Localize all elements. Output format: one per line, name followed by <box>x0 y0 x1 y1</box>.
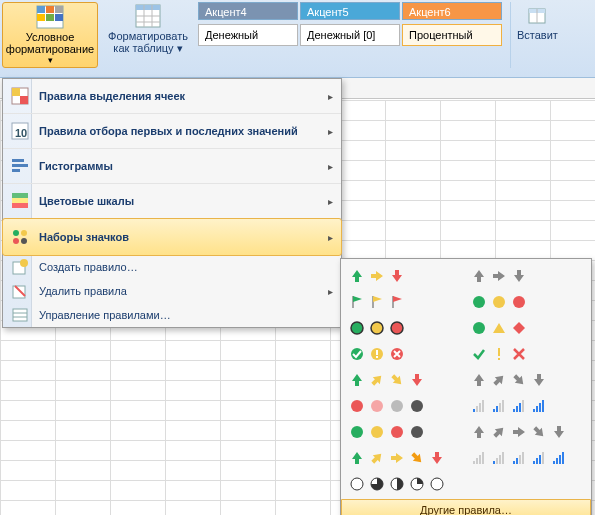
svg-rect-4 <box>37 14 45 21</box>
svg-rect-1 <box>37 6 45 13</box>
iconset-option[interactable] <box>347 265 455 287</box>
svg-rect-98 <box>562 452 564 464</box>
conditional-formatting-menu: Правила выделения ячеек ▸ 10 Правила отб… <box>2 78 342 328</box>
iconset-option[interactable] <box>347 291 455 313</box>
svg-rect-60 <box>476 406 478 412</box>
svg-rect-69 <box>519 403 521 412</box>
insert-button[interactable]: Вставит <box>510 2 556 68</box>
svg-point-56 <box>371 400 383 412</box>
svg-rect-66 <box>502 400 504 412</box>
svg-point-44 <box>351 322 363 334</box>
iconset-option[interactable] <box>347 369 455 391</box>
svg-point-28 <box>21 230 27 236</box>
style-accent4[interactable]: Акцент4 <box>198 2 298 20</box>
top-bottom-icon: 10 <box>9 121 31 141</box>
svg-point-57 <box>391 400 403 412</box>
svg-rect-3 <box>55 6 63 13</box>
svg-rect-18 <box>20 96 28 104</box>
svg-rect-84 <box>496 458 498 464</box>
svg-rect-93 <box>539 455 541 464</box>
style-accent5[interactable]: Акцент5 <box>300 2 400 20</box>
menu-label: Наборы значков <box>39 231 129 243</box>
menu-highlight-cells[interactable]: Правила выделения ячеек ▸ <box>3 79 341 114</box>
menu-top-bottom[interactable]: 10 Правила отбора первых и последних зна… <box>3 114 341 149</box>
chevron-right-icon: ▸ <box>328 126 333 137</box>
svg-rect-68 <box>516 406 518 412</box>
menu-data-bars[interactable]: Гистограммы ▸ <box>3 149 341 184</box>
iconset-option[interactable] <box>347 343 455 365</box>
menu-manage-rules[interactable]: Управление правилами… <box>3 303 341 327</box>
style-percent[interactable]: Процентный <box>402 24 502 46</box>
svg-point-45 <box>371 322 383 334</box>
menu-label: Цветовые шкалы <box>39 195 134 207</box>
conditional-formatting-button[interactable]: Условное форматирование▾ <box>2 2 98 68</box>
chevron-right-icon: ▸ <box>328 161 333 172</box>
menu-label: Гистограммы <box>39 160 113 172</box>
svg-point-30 <box>21 238 27 244</box>
menu-clear-rules[interactable]: Удалить правила ▸ <box>3 279 341 303</box>
svg-rect-97 <box>559 455 561 464</box>
style-currency[interactable]: Денежный <box>198 24 298 46</box>
svg-rect-17 <box>12 88 20 96</box>
menu-label: Управление правилами… <box>39 309 171 321</box>
svg-point-42 <box>493 296 505 308</box>
svg-rect-73 <box>539 403 541 412</box>
style-currency-0[interactable]: Денежный [0] <box>300 24 400 46</box>
iconset-option[interactable] <box>347 421 455 443</box>
svg-rect-72 <box>536 406 538 412</box>
iconset-option[interactable] <box>469 447 577 469</box>
format-as-table-button[interactable]: Форматировать как таблицу ▾ <box>102 2 194 68</box>
svg-rect-85 <box>499 455 501 464</box>
svg-text:10: 10 <box>15 127 27 139</box>
iconset-option[interactable] <box>469 369 577 391</box>
svg-rect-33 <box>13 286 25 298</box>
iconset-option[interactable] <box>347 317 455 339</box>
svg-rect-83 <box>493 461 495 464</box>
svg-rect-50 <box>376 350 378 355</box>
svg-rect-8 <box>136 5 160 10</box>
manage-rules-icon <box>9 307 31 323</box>
iconset-option[interactable] <box>469 291 577 313</box>
iconset-option[interactable] <box>469 395 577 417</box>
svg-rect-96 <box>556 458 558 464</box>
icon-sets-submenu: Другие правила… <box>340 258 592 515</box>
svg-rect-5 <box>46 14 54 21</box>
svg-rect-74 <box>542 400 544 412</box>
svg-rect-82 <box>482 452 484 464</box>
svg-rect-35 <box>13 309 27 321</box>
iconset-option[interactable] <box>469 343 577 365</box>
more-rules-button[interactable]: Другие правила… <box>341 499 591 515</box>
svg-rect-80 <box>476 458 478 464</box>
cell-styles-gallery: Акцент4 Акцент5 Акцент6 Денежный Денежны… <box>198 2 502 68</box>
color-scales-icon <box>9 191 31 211</box>
svg-point-41 <box>473 296 485 308</box>
highlight-cells-icon <box>9 86 31 106</box>
menu-label: Правила отбора первых и последних значен… <box>39 125 298 137</box>
menu-new-rule[interactable]: Создать правило… <box>3 255 341 279</box>
svg-rect-22 <box>12 164 28 167</box>
data-bars-icon <box>9 156 31 176</box>
svg-rect-91 <box>533 461 535 464</box>
iconset-option[interactable] <box>347 447 455 469</box>
menu-label: Создать правило… <box>39 261 138 273</box>
svg-rect-26 <box>12 203 28 208</box>
svg-rect-90 <box>522 452 524 464</box>
iconset-option[interactable] <box>469 317 577 339</box>
dropdown-arrow-icon: ▾ <box>177 42 183 54</box>
svg-rect-94 <box>542 452 544 464</box>
svg-point-58 <box>411 400 423 412</box>
svg-point-43 <box>513 296 525 308</box>
menu-icon-sets[interactable]: Наборы значков ▸ <box>2 218 342 256</box>
clear-rules-icon <box>9 283 31 299</box>
iconset-option[interactable] <box>469 265 577 287</box>
svg-point-48 <box>351 348 363 360</box>
style-accent6[interactable]: Акцент6 <box>402 2 502 20</box>
iconset-option[interactable] <box>469 421 577 443</box>
dropdown-arrow-icon: ▾ <box>48 55 53 65</box>
iconset-option[interactable] <box>347 473 455 495</box>
svg-rect-71 <box>533 409 535 412</box>
menu-color-scales[interactable]: Цветовые шкалы ▸ <box>3 184 341 219</box>
svg-point-47 <box>473 322 485 334</box>
iconset-option[interactable] <box>469 473 577 495</box>
iconset-option[interactable] <box>347 395 455 417</box>
